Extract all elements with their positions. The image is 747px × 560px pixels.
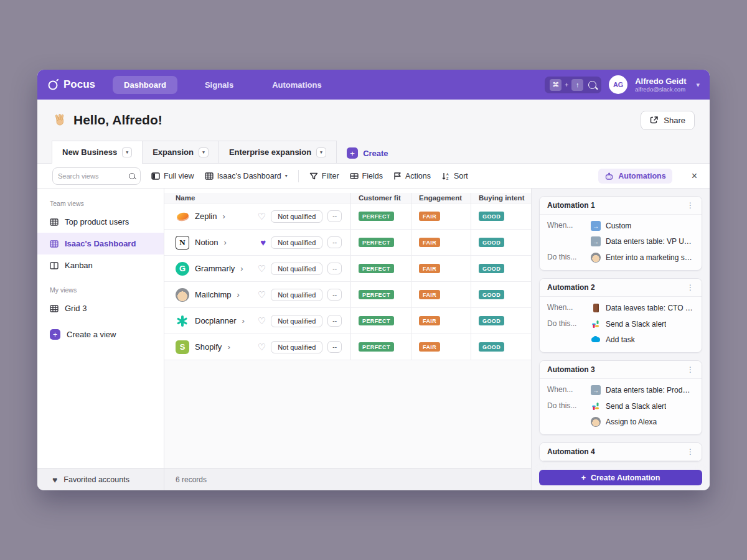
full-view-button[interactable]: Full view xyxy=(151,172,194,180)
qualification-dropdown[interactable]: Not qualified xyxy=(271,236,322,249)
rule-item-text: Enter into a marketing sequ... xyxy=(606,253,694,262)
qualification-dropdown[interactable]: Not qualified xyxy=(271,210,322,223)
favorite-heart-icon[interactable]: ♥ xyxy=(260,238,266,247)
toolbar: Full view Isaac's Dashboard ▾ Filter Fie… xyxy=(37,164,710,189)
favorite-heart-icon[interactable]: ♡ xyxy=(258,290,266,299)
chevron-down-icon[interactable]: ▾ xyxy=(316,147,326,157)
sidebar-item-kanban[interactable]: Kanban xyxy=(37,254,164,276)
rule-items: →Custom→Data enters table: VP Uses ... xyxy=(591,221,694,246)
sidebar-item-top-product-users[interactable]: Top product users xyxy=(37,211,164,233)
automation-card-header: Automation 1⋮ xyxy=(540,197,702,215)
qualification-dropdown[interactable]: Not qualified xyxy=(271,341,322,353)
favorite-heart-icon[interactable]: ♡ xyxy=(258,212,266,221)
column-header-customer-fit[interactable]: Customer fit xyxy=(350,193,411,203)
expand-chevron-icon[interactable]: › xyxy=(224,238,227,247)
account-name: Docplanner xyxy=(195,316,237,325)
grammarly-logo-icon: G xyxy=(176,262,189,276)
sort-button[interactable]: A Z Sort xyxy=(441,172,468,180)
nav-tab-dashboard[interactable]: Dashboard xyxy=(113,76,177,94)
slack-icon xyxy=(591,401,601,411)
column-header-engagement[interactable]: Engagement xyxy=(411,193,471,203)
fields-button[interactable]: Fields xyxy=(350,172,383,180)
chevron-down-icon[interactable]: ▾ xyxy=(122,147,132,157)
expand-chevron-icon[interactable]: › xyxy=(237,290,240,299)
favorited-accounts-button[interactable]: ♥ Favorited accounts xyxy=(37,469,164,490)
rule-item[interactable]: Add task xyxy=(591,335,694,345)
rule-item[interactable]: Data leaves table: CTO uses... xyxy=(591,303,694,313)
qualification-dropdown[interactable]: Not qualified xyxy=(271,263,322,275)
expand-chevron-icon[interactable]: › xyxy=(222,212,225,221)
nav-tab-automations[interactable]: Automations xyxy=(261,76,332,94)
view-tab-enterprise-expansion[interactable]: Enterprise expansion▾ xyxy=(218,141,337,164)
close-icon[interactable]: × xyxy=(692,170,697,182)
chevron-down-icon[interactable]: ▾ xyxy=(199,147,209,157)
slack-icon xyxy=(591,319,601,329)
more-button[interactable]: -- xyxy=(327,341,342,353)
favorite-heart-icon[interactable]: ♡ xyxy=(258,342,266,352)
pocus-logo-icon xyxy=(47,78,60,91)
automations-toggle[interactable]: Automations xyxy=(598,169,672,184)
expand-chevron-icon[interactable]: › xyxy=(227,342,230,352)
more-button[interactable]: -- xyxy=(327,210,342,222)
column-header-buying-intent[interactable]: Buying intent xyxy=(471,193,531,203)
records-count: 6 records xyxy=(164,469,207,490)
create-automation-button[interactable]: + Create Automation xyxy=(539,470,702,485)
more-button[interactable]: -- xyxy=(327,315,342,327)
avatar[interactable]: AG xyxy=(609,75,627,94)
automation-title: Automation 4 xyxy=(547,447,595,456)
more-button[interactable]: -- xyxy=(327,236,342,248)
search-views-box xyxy=(52,167,141,185)
notion-logo-icon: N xyxy=(176,236,189,250)
customer-fit-cell: PERFECT xyxy=(350,230,411,255)
rule-item[interactable]: Enter into a marketing sequ... xyxy=(591,253,694,263)
rule-label: Do this... xyxy=(547,401,586,427)
docplanner-logo-icon xyxy=(176,314,189,328)
user-menu-chevron-icon[interactable]: ▾ xyxy=(696,81,700,89)
create-view-button[interactable]: + Create a view xyxy=(37,319,164,350)
expand-chevron-icon[interactable]: › xyxy=(242,316,245,325)
kebab-menu-icon[interactable]: ⋮ xyxy=(687,365,694,374)
actions-button[interactable]: Actions xyxy=(393,172,431,180)
kebab-menu-icon[interactable]: ⋮ xyxy=(687,201,694,210)
qualification-dropdown[interactable]: Not qualified xyxy=(271,289,322,301)
rule-item[interactable]: Send a Slack alert xyxy=(591,401,694,411)
rule-item[interactable]: →Data enters table: Product c... xyxy=(591,385,694,395)
search-views-input[interactable] xyxy=(58,172,129,180)
rule-item[interactable]: Send a Slack alert xyxy=(591,319,694,329)
automation-rule-row: When...→Custom→Data enters table: VP Use… xyxy=(547,221,694,246)
sidebar-item-grid-3[interactable]: Grid 3 xyxy=(37,297,164,319)
more-button[interactable]: -- xyxy=(327,263,342,274)
arrow-enter-icon: → xyxy=(591,385,601,395)
buying-intent-badge: GOOD xyxy=(479,342,504,352)
plus-separator: + xyxy=(565,82,568,88)
create-tab-button[interactable]: + Create xyxy=(347,147,388,159)
rule-item[interactable]: →Custom xyxy=(591,221,694,231)
nav-tab-signals[interactable]: Signals xyxy=(194,76,245,94)
plus-icon: + xyxy=(50,329,60,340)
rule-item[interactable]: Assign to Alexa xyxy=(591,417,694,427)
kebab-menu-icon[interactable]: ⋮ xyxy=(687,283,694,292)
column-header-name[interactable]: Name xyxy=(164,193,350,203)
expand-chevron-icon[interactable]: › xyxy=(240,264,243,273)
rule-item[interactable]: →Data enters table: VP Uses ... xyxy=(591,236,694,246)
brand-logo[interactable]: Pocus xyxy=(47,78,95,91)
more-button[interactable]: -- xyxy=(327,289,342,301)
buying-intent-cell: GOOD xyxy=(471,230,531,255)
customer-fit-badge: PERFECT xyxy=(359,342,394,352)
search-shortcut[interactable]: ⌘ + ↑ xyxy=(545,77,601,93)
view-tab-new-business[interactable]: New Business▾ xyxy=(52,141,143,164)
favorite-heart-icon[interactable]: ♡ xyxy=(258,264,266,273)
automation-card-body: When...Data leaves table: CTO uses...Do … xyxy=(540,297,702,352)
table-row: Zeplin›♡Not qualified--PERFECTFAIRGOOD xyxy=(164,203,531,230)
top-nav: Pocus DashboardSignalsAutomations ⌘ + ↑ … xyxy=(37,70,710,100)
share-button[interactable]: Share xyxy=(641,111,695,130)
automations-panel: Automation 1⋮When...→Custom→Data enters … xyxy=(531,189,710,490)
kebab-menu-icon[interactable]: ⋮ xyxy=(687,447,694,456)
qualification-dropdown[interactable]: Not qualified xyxy=(271,315,322,327)
view-tab-expansion[interactable]: Expansion▾ xyxy=(142,141,219,164)
favorite-heart-icon[interactable]: ♡ xyxy=(258,316,266,325)
dashboard-select[interactable]: Isaac's Dashboard ▾ xyxy=(205,172,288,180)
plus-icon: + xyxy=(581,474,586,482)
sidebar-item-isaac-s-dashboard[interactable]: Isaac's Dashboard xyxy=(37,233,164,254)
filter-button[interactable]: Filter xyxy=(309,172,339,180)
